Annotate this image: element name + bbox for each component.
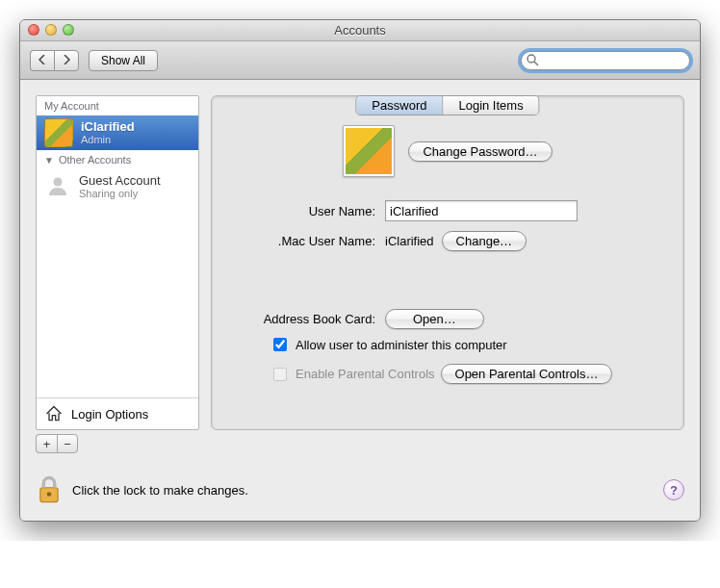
- content: My Account iClarified Admin ▼ Other Acco…: [20, 80, 700, 521]
- svg-line-1: [534, 62, 538, 65]
- admin-checkbox[interactable]: [273, 338, 287, 351]
- account-role: Admin: [81, 134, 135, 145]
- lock-icon[interactable]: [36, 474, 63, 505]
- open-parental-controls-button[interactable]: Open Parental Controls…: [441, 364, 613, 384]
- user-picture[interactable]: [343, 125, 395, 177]
- minimize-icon[interactable]: [45, 24, 57, 36]
- admin-checkbox-label: Allow user to administer this computer: [296, 338, 507, 352]
- window-title: Accounts: [334, 23, 385, 38]
- mac-user-name-label: .Mac User Name:: [231, 234, 375, 248]
- silhouette-icon: [44, 172, 71, 199]
- add-remove-accounts: + −: [36, 434, 199, 453]
- change-mac-name-button[interactable]: Change…: [442, 231, 527, 251]
- search-input[interactable]: [521, 51, 690, 70]
- avatar-thumb: [44, 118, 73, 147]
- footer: Click the lock to make changes. ?: [36, 474, 684, 505]
- chevron-left-icon: [39, 55, 46, 64]
- lock-text: Click the lock to make changes.: [72, 483, 248, 498]
- nav-back-forward: [30, 50, 79, 71]
- parental-controls-label: Enable Parental Controls: [296, 367, 435, 381]
- login-options-label: Login Options: [71, 407, 148, 422]
- user-name-label: User Name:: [231, 204, 375, 218]
- tab-login-items[interactable]: Login Items: [443, 96, 538, 115]
- svg-point-4: [47, 492, 52, 497]
- other-accounts-header[interactable]: ▼ Other Accounts: [37, 150, 198, 169]
- titlebar: Accounts: [20, 20, 700, 41]
- change-password-button[interactable]: Change Password…: [408, 141, 552, 162]
- address-book-label: Address Book Card:: [231, 312, 375, 326]
- user-name-input[interactable]: [385, 200, 578, 221]
- house-icon: [44, 404, 64, 423]
- svg-point-0: [527, 55, 535, 63]
- accounts-window: Accounts Show All My Account: [19, 19, 701, 522]
- zoom-icon[interactable]: [63, 24, 74, 36]
- toolbar: Show All: [20, 41, 700, 80]
- detail-pane: Password Login Items Change Password… Us…: [211, 95, 684, 430]
- search-field-wrap: [521, 51, 690, 70]
- chevron-right-icon: [63, 55, 70, 64]
- window-controls: [28, 24, 74, 36]
- sidebar-item-guest[interactable]: Guest Account Sharing only: [37, 169, 198, 202]
- back-button[interactable]: [30, 50, 54, 71]
- account-name: Guest Account: [79, 173, 161, 188]
- accounts-sidebar: My Account iClarified Admin ▼ Other Acco…: [36, 95, 199, 430]
- remove-account-button[interactable]: −: [57, 434, 78, 453]
- forward-button[interactable]: [54, 50, 79, 71]
- open-address-book-button[interactable]: Open…: [385, 309, 484, 329]
- svg-point-2: [54, 178, 63, 187]
- help-button[interactable]: ?: [663, 479, 684, 500]
- sidebar-item-current-user[interactable]: iClarified Admin: [37, 115, 198, 150]
- account-role: Sharing only: [79, 188, 161, 199]
- search-icon: [527, 54, 539, 66]
- close-icon[interactable]: [28, 24, 39, 36]
- parental-controls-checkbox: [273, 368, 287, 381]
- login-options-button[interactable]: Login Options: [37, 397, 198, 429]
- my-account-header: My Account: [37, 96, 198, 115]
- tab-password[interactable]: Password: [356, 96, 443, 115]
- account-name: iClarified: [81, 120, 135, 134]
- show-all-button[interactable]: Show All: [89, 50, 158, 71]
- tabs: Password Login Items: [355, 95, 539, 115]
- disclosure-triangle-icon: ▼: [44, 155, 54, 166]
- mac-user-name-value: iClarified: [385, 234, 434, 248]
- add-account-button[interactable]: +: [36, 434, 57, 453]
